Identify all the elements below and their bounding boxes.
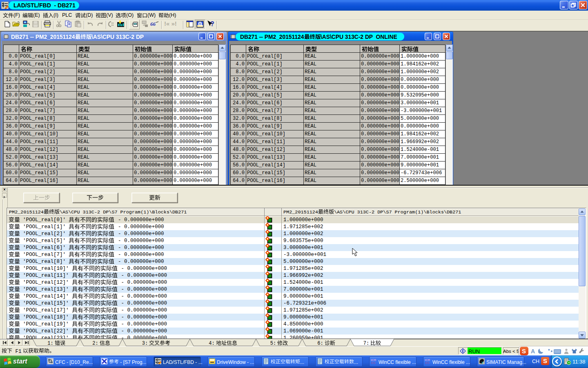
svg-text:66: 66: [150, 21, 156, 27]
svg-text:ES: ES: [425, 361, 430, 364]
svg-text:7: 7: [481, 361, 483, 364]
svg-text:ES: ES: [371, 361, 376, 364]
svg-text:!« »!: !« »!: [164, 21, 177, 27]
svg-text:?: ?: [210, 20, 214, 27]
